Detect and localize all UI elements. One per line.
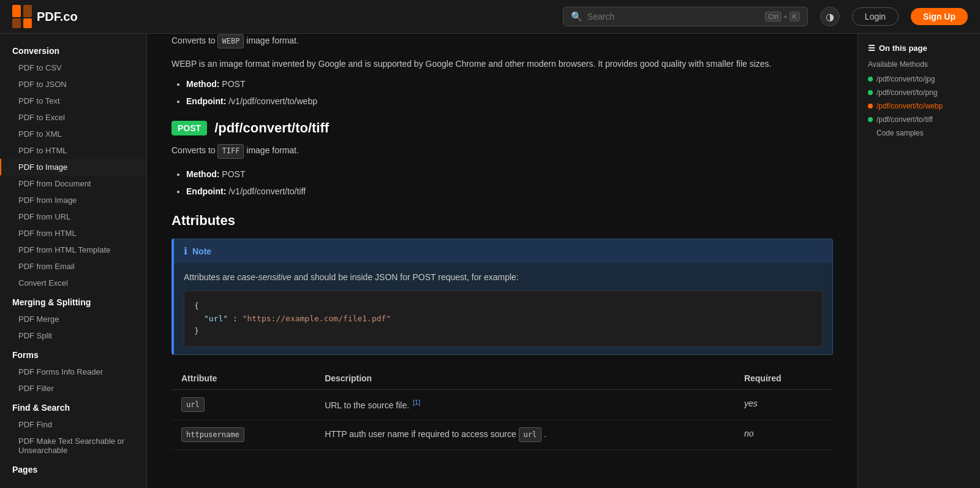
logo-icon <box>12 5 32 28</box>
sidebar-item-convert-excel[interactable]: Convert Excel <box>0 275 146 291</box>
search-input[interactable] <box>587 12 760 21</box>
tiff-endpoint: Endpoint: /v1/pdf/convert/to/tiff <box>186 185 833 198</box>
svg-rect-3 <box>23 18 32 28</box>
toc-title: ☰ On this page <box>868 44 970 53</box>
sidebar-item-pdf-from-email[interactable]: PDF from Email <box>0 258 146 275</box>
sidebar-item-pdf-from-html-template[interactable]: PDF from HTML Template <box>0 242 146 258</box>
sidebar: Conversion PDF to CSV PDF to JSON PDF to… <box>0 34 147 488</box>
attr-httpusername-desc: HTTP auth user name if required to acces… <box>315 420 734 450</box>
sidebar-item-pdf-from-url[interactable]: PDF from URL <box>0 208 146 225</box>
attr-httpusername-required: no <box>734 420 833 450</box>
tiff-converts-line: Converts to TIFF image format. <box>172 143 833 158</box>
search-bar[interactable]: 🔍 Ctrl + K <box>563 7 808 26</box>
sidebar-section-merging: Merging & Splitting <box>0 291 146 311</box>
tiff-method: Method: POST <box>186 167 833 181</box>
main-content: Converts to WEBP image format. WEBP is a… <box>147 34 858 488</box>
sidebar-item-pdf-from-document[interactable]: PDF from Document <box>0 175 146 192</box>
sidebar-item-pdf-to-text[interactable]: PDF to Text <box>0 93 146 109</box>
webp-description: WEBP is an image format invented by Goog… <box>172 57 833 71</box>
theme-toggle-button[interactable]: ◑ <box>820 7 840 26</box>
table-row: url URL to the source file. [1] yes <box>172 390 833 420</box>
sidebar-item-pdf-from-image[interactable]: PDF from Image <box>0 192 146 208</box>
logo[interactable]: PDF.co <box>12 5 78 28</box>
toc-dot-png <box>868 90 873 95</box>
header: PDF.co 🔍 Ctrl + K ◑ Login Sign Up <box>0 0 980 34</box>
table-row: httpusername HTTP auth user name if requ… <box>172 420 833 450</box>
note-header: ℹ Note <box>174 239 832 263</box>
sidebar-item-pdf-make-text-searchable[interactable]: PDF Make Text Searchable or Unsearchable <box>0 433 146 459</box>
tiff-endpoint-block: POST /pdf/convert/to/tiff Converts to TI… <box>172 120 833 198</box>
webp-endpoint: Endpoint: /v1/pdf/convert/to/webp <box>186 94 833 108</box>
col-required: Required <box>734 367 833 390</box>
svg-rect-1 <box>23 5 32 17</box>
code-example: { "url" : "https://example.com/file1.pdf… <box>184 291 823 347</box>
webp-method: Method: POST <box>186 77 833 91</box>
attributes-table: Attribute Description Required url URL t… <box>172 367 833 450</box>
toc-item-jpg[interactable]: /pdf/convert/to/jpg <box>868 72 970 86</box>
sidebar-item-pdf-to-json[interactable]: PDF to JSON <box>0 76 146 93</box>
search-shortcut: Ctrl + K <box>765 12 800 21</box>
tiff-endpoint-header: POST /pdf/convert/to/tiff <box>172 120 833 136</box>
available-methods-label: Available Methods <box>868 60 970 69</box>
col-attribute: Attribute <box>172 367 315 390</box>
sidebar-item-pdf-merge[interactable]: PDF Merge <box>0 311 146 327</box>
tiff-details: Method: POST Endpoint: /v1/pdf/convert/t… <box>172 167 833 199</box>
attr-httpusername: httpusername <box>172 420 315 450</box>
code-key: "url" <box>204 314 228 323</box>
sidebar-item-pdf-split[interactable]: PDF Split <box>0 327 146 344</box>
sidebar-section-pages: Pages <box>0 459 146 478</box>
ctrl-key: Ctrl <box>765 12 782 21</box>
sidebar-item-pdf-to-csv[interactable]: PDF to CSV <box>0 59 146 76</box>
sidebar-section-conversion: Conversion <box>0 40 146 59</box>
svg-rect-2 <box>12 18 21 28</box>
sidebar-item-pdf-to-excel[interactable]: PDF to Excel <box>0 109 146 126</box>
toc-dot-webp <box>868 104 873 109</box>
sidebar-item-pdf-to-xml[interactable]: PDF to XML <box>0 126 146 142</box>
tiff-endpoint-path: /pdf/convert/to/tiff <box>214 120 329 136</box>
sidebar-item-pdf-forms-info-reader[interactable]: PDF Forms Info Reader <box>0 364 146 380</box>
signup-button[interactable]: Sign Up <box>911 8 968 25</box>
body-layout: Conversion PDF to CSV PDF to JSON PDF to… <box>0 34 980 488</box>
note-body: Attributes are case-sensitive and should… <box>174 263 832 354</box>
tiff-method-badge: POST <box>172 121 207 135</box>
code-val: "https://example.com/file1.pdf" <box>243 314 391 323</box>
col-description: Description <box>315 367 734 390</box>
sidebar-item-pdf-to-image[interactable]: PDF to Image <box>0 159 146 175</box>
note-box: ℹ Note Attributes are case-sensitive and… <box>172 238 833 355</box>
toc-code-samples[interactable]: Code samples <box>876 126 970 140</box>
k-key: K <box>790 12 800 21</box>
toc-item-webp[interactable]: /pdf/convert/to/webp <box>868 99 970 113</box>
toc-item-tiff[interactable]: /pdf/convert/to/tiff <box>868 113 970 126</box>
attr-url-desc: URL to the source file. [1] <box>315 390 734 420</box>
svg-rect-0 <box>12 5 21 17</box>
toc-panel: ☰ On this page Available Methods /pdf/co… <box>858 34 980 488</box>
attributes-title: Attributes <box>172 213 833 229</box>
attr-url-required: yes <box>734 390 833 420</box>
webp-converts-line: Converts to WEBP image format. <box>172 34 833 48</box>
attr-url: url <box>172 390 315 420</box>
sidebar-item-pdf-filler[interactable]: PDF Filler <box>0 380 146 397</box>
sidebar-item-pdf-find[interactable]: PDF Find <box>0 416 146 433</box>
login-button[interactable]: Login <box>852 7 899 26</box>
sidebar-item-pdf-from-html[interactable]: PDF from HTML <box>0 225 146 242</box>
webp-badge: WEBP <box>217 34 244 48</box>
note-title: Note <box>192 246 211 256</box>
footnote-1: [1] <box>413 398 420 406</box>
webp-details: Method: POST Endpoint: /v1/pdf/convert/t… <box>172 77 833 109</box>
toc-item-png[interactable]: /pdf/convert/to/png <box>868 86 970 99</box>
sidebar-item-pdf-to-html[interactable]: PDF to HTML <box>0 142 146 159</box>
search-icon: 🔍 <box>571 11 582 22</box>
sidebar-section-forms: Forms <box>0 344 146 364</box>
logo-text: PDF.co <box>37 10 78 24</box>
toc-dot-jpg <box>868 77 873 82</box>
toc-dot-tiff <box>868 117 873 122</box>
tiff-badge: TIFF <box>217 144 244 158</box>
info-icon: ℹ <box>184 245 187 257</box>
sidebar-section-find: Find & Search <box>0 397 146 416</box>
